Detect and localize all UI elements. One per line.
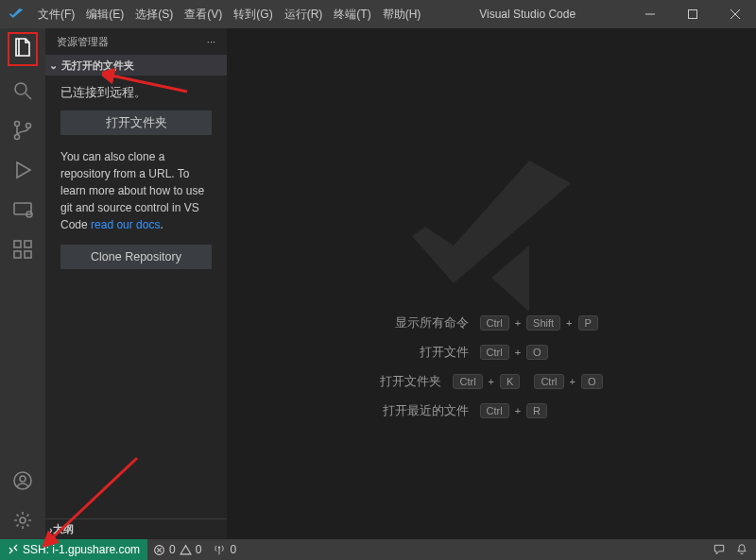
menu-file[interactable]: 文件(F) xyxy=(32,7,80,23)
radio-tower-icon xyxy=(213,543,226,556)
sidebar-more-icon[interactable]: ··· xyxy=(207,36,215,47)
menu-terminal[interactable]: 终端(T) xyxy=(328,7,376,23)
sidebar-title: 资源管理器 xyxy=(57,35,109,49)
sidebar: 资源管理器 ··· ⌄ 无打开的文件夹 已连接到远程。 打开文件夹 You ca… xyxy=(45,28,227,539)
minimize-button[interactable] xyxy=(628,0,671,28)
activity-remote[interactable] xyxy=(11,198,34,225)
activity-settings[interactable] xyxy=(11,509,34,535)
menu-help[interactable]: 帮助(H) xyxy=(377,7,427,23)
menu-edit[interactable]: 编辑(E) xyxy=(80,7,129,23)
svg-rect-14 xyxy=(25,241,31,247)
svg-point-17 xyxy=(20,518,26,523)
svg-rect-12 xyxy=(14,251,21,258)
menu-view[interactable]: 查看(V) xyxy=(179,7,228,23)
menu-run[interactable]: 运行(R) xyxy=(279,7,329,23)
outline-label: 大纲 xyxy=(53,522,74,536)
menu-selection[interactable]: 选择(S) xyxy=(129,7,179,23)
title-bar: 文件(F) 编辑(E) 选择(S) 查看(V) 转到(G) 运行(R) 终端(T… xyxy=(0,0,756,28)
account-icon xyxy=(11,469,34,492)
feedback-icon[interactable] xyxy=(713,543,726,556)
welcome-commands: 显示所有命令 Ctrl+Shift+P 打开文件 Ctrl+O 打开文件夹 Ct… xyxy=(380,315,602,433)
bell-icon[interactable] xyxy=(735,543,748,556)
vscode-icon xyxy=(0,7,32,22)
activity-explorer[interactable] xyxy=(8,32,38,66)
extensions-icon xyxy=(11,238,34,261)
activity-extensions[interactable] xyxy=(11,238,34,264)
status-problems[interactable]: 0 0 xyxy=(147,543,207,556)
files-icon xyxy=(11,36,34,59)
cmd-open-recent: 打开最近的文件 Ctrl+R xyxy=(380,403,602,419)
activity-search[interactable] xyxy=(11,79,34,106)
branch-icon xyxy=(11,119,34,142)
search-icon xyxy=(11,79,34,102)
open-folder-button[interactable]: 打开文件夹 xyxy=(60,110,212,135)
status-bar: SSH: i-1.gpushare.com 0 0 0 xyxy=(0,539,756,560)
svg-point-6 xyxy=(15,122,20,127)
gear-icon xyxy=(11,509,34,532)
section-outline[interactable]: › 大纲 xyxy=(45,518,227,539)
svg-point-7 xyxy=(15,135,20,140)
warning-icon xyxy=(180,544,192,556)
remote-icon xyxy=(11,198,34,221)
menu-go[interactable]: 转到(G) xyxy=(228,7,278,23)
remote-indicator-icon xyxy=(8,544,19,555)
svg-rect-1 xyxy=(688,10,696,19)
play-icon xyxy=(11,159,34,181)
chevron-down-icon: ⌄ xyxy=(49,59,58,72)
svg-rect-9 xyxy=(14,203,31,214)
section-label: 无打开的文件夹 xyxy=(61,59,134,73)
window-title: Visual Studio Code xyxy=(426,8,628,21)
connected-text: 已连接到远程。 xyxy=(60,85,212,101)
svg-point-8 xyxy=(26,124,31,128)
svg-line-5 xyxy=(26,93,31,99)
svg-point-16 xyxy=(20,476,26,482)
editor-area: 显示所有命令 Ctrl+Shift+P 打开文件 Ctrl+O 打开文件夹 Ct… xyxy=(227,28,756,539)
activity-scm[interactable] xyxy=(11,119,34,145)
clone-repository-button[interactable]: Clone Repository xyxy=(60,245,212,269)
svg-point-21 xyxy=(218,547,220,549)
activity-run[interactable] xyxy=(11,159,34,185)
close-button[interactable] xyxy=(713,0,756,28)
activity-bar xyxy=(0,28,45,539)
maximize-button[interactable] xyxy=(671,0,713,28)
section-no-folder[interactable]: ⌄ 无打开的文件夹 xyxy=(45,55,227,76)
svg-rect-11 xyxy=(14,241,21,247)
error-icon xyxy=(153,544,165,556)
vscode-watermark-icon xyxy=(397,142,586,331)
cmd-open-file: 打开文件 Ctrl+O xyxy=(380,345,602,361)
svg-point-4 xyxy=(15,83,26,94)
status-ports[interactable]: 0 xyxy=(207,543,242,556)
activity-account[interactable] xyxy=(11,469,34,496)
read-docs-link[interactable]: read our docs xyxy=(91,218,160,231)
cmd-open-folder: 打开文件夹 Ctrl+K Ctrl+O xyxy=(380,374,602,390)
status-remote[interactable]: SSH: i-1.gpushare.com xyxy=(0,539,147,560)
svg-rect-13 xyxy=(25,251,31,258)
menu-bar: 文件(F) 编辑(E) 选择(S) 查看(V) 转到(G) 运行(R) 终端(T… xyxy=(32,7,426,23)
clone-description: You can also clone a repository from a U… xyxy=(60,148,212,233)
